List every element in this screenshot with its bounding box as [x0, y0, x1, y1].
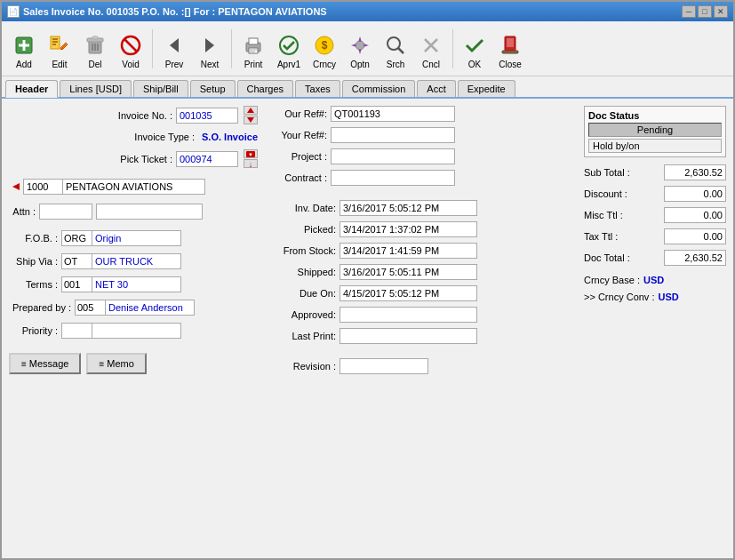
pick-ticket-icon1[interactable]: ▼ [244, 149, 258, 158]
invoice-nav-next-icon[interactable] [244, 116, 258, 124]
tab-setup[interactable]: Setup [190, 80, 236, 97]
picked-input[interactable] [340, 221, 477, 237]
tab-taxes[interactable]: Taxes [295, 80, 340, 97]
inv-date-input[interactable] [340, 200, 477, 216]
crncy-button[interactable]: $ Crncy [308, 30, 341, 72]
title-bar: 📄 Sales Invoice No. 001035 P.O. No. :[] … [2, 2, 733, 21]
misc-ttl-input[interactable] [664, 207, 726, 223]
prepared-by-code-input[interactable] [75, 300, 106, 316]
terms-desc-input[interactable] [92, 276, 181, 292]
prepared-by-desc-input[interactable] [106, 300, 195, 316]
cncl-button[interactable]: Cncl [414, 30, 448, 72]
right-panel: Doc Status Pending Hold by/on Sub Total … [584, 106, 726, 551]
svg-point-27 [387, 37, 400, 50]
close-label: Close [499, 60, 522, 69]
shipped-input[interactable] [340, 264, 477, 280]
aprv-button[interactable]: Aprv1 [272, 30, 306, 72]
due-on-input[interactable] [340, 285, 477, 301]
ship-via-code-input[interactable] [61, 253, 92, 269]
contract-input[interactable] [331, 170, 455, 186]
priority-desc-input[interactable] [92, 323, 181, 339]
sub-total-input[interactable] [664, 164, 726, 180]
tab-charges[interactable]: Charges [237, 80, 294, 97]
tab-header[interactable]: Header [5, 80, 58, 98]
minimize-button[interactable]: ─ [682, 5, 696, 18]
invoice-type-value: S.O. Invoice [202, 132, 258, 142]
inv-date-label: Inv. Date: [265, 203, 336, 213]
void-button[interactable]: Void [114, 30, 148, 72]
project-input[interactable] [331, 148, 455, 164]
del-button[interactable]: Del [78, 30, 112, 72]
optn-label: Optn [350, 60, 370, 69]
prev-label: Prev [165, 60, 184, 69]
main-content: Invoice No. : Invoice Type : S.O. Invoic… [2, 99, 733, 558]
memo-button[interactable]: ≡ Memo [86, 353, 146, 374]
your-ref-label: Your Ref#: [265, 130, 327, 140]
your-ref-input[interactable] [331, 127, 455, 143]
svg-point-23 [280, 36, 298, 54]
due-on-label: Due On: [265, 288, 336, 299]
add-button[interactable]: Add [7, 30, 41, 72]
from-stock-input[interactable] [340, 243, 477, 259]
svg-line-15 [124, 39, 137, 52]
edit-icon [47, 33, 72, 58]
aprv-icon [276, 33, 301, 58]
company-arrow-icon[interactable] [9, 179, 23, 195]
toolbar: Add Edit Del Void [2, 21, 733, 76]
revision-input[interactable] [340, 358, 428, 374]
void-icon [118, 33, 143, 58]
tax-ttl-input[interactable] [664, 228, 726, 244]
invoice-no-input[interactable] [176, 108, 238, 124]
svg-line-28 [398, 48, 403, 53]
ok-label: OK [468, 60, 481, 69]
our-ref-input[interactable] [331, 106, 455, 122]
svg-rect-33 [502, 51, 518, 53]
maximize-button[interactable]: □ [698, 5, 712, 18]
close-window-button[interactable]: ✕ [714, 5, 728, 18]
discount-input[interactable] [664, 186, 726, 202]
ship-via-desc-input[interactable] [92, 253, 181, 269]
next-button[interactable]: Next [193, 30, 227, 72]
svg-text:$: $ [322, 39, 328, 52]
tab-expedite[interactable]: Expedite [458, 80, 515, 97]
company-name-input[interactable] [63, 179, 205, 195]
close-button[interactable]: Close [493, 30, 527, 72]
ok-button[interactable]: OK [458, 30, 491, 72]
message-icon: ≡ [21, 359, 27, 369]
srch-button[interactable]: Srch [379, 30, 412, 72]
print-button[interactable]: Print [236, 30, 270, 72]
main-window: 📄 Sales Invoice No. 001035 P.O. No. :[] … [0, 0, 735, 560]
company-id-input[interactable] [23, 179, 63, 195]
attn-input1[interactable] [39, 204, 92, 220]
invoice-nav-prev-icon[interactable] [244, 106, 258, 115]
optn-button[interactable]: Optn [343, 30, 377, 72]
terms-code-input[interactable] [61, 276, 92, 292]
prepared-by-label: Prepared by : [9, 302, 71, 313]
doc-total-input[interactable] [664, 250, 726, 266]
doc-status-box: Doc Status Pending Hold by/on [584, 106, 726, 157]
tab-acct[interactable]: Acct [417, 80, 455, 97]
invoice-no-label: Invoice No. : [92, 110, 172, 121]
svg-point-26 [356, 41, 364, 50]
edit-label: Edit [52, 60, 67, 69]
discount-label: Discount : [584, 188, 627, 199]
attn-input2[interactable] [96, 204, 203, 220]
last-print-input[interactable] [340, 328, 477, 344]
fob-desc-input[interactable] [92, 230, 181, 246]
pick-ticket-input[interactable] [176, 151, 238, 167]
terms-label: Terms : [9, 279, 58, 290]
priority-code-input[interactable] [61, 323, 92, 339]
edit-button[interactable]: Edit [43, 30, 76, 72]
prev-button[interactable]: Prev [157, 30, 191, 72]
svg-rect-3 [51, 36, 60, 49]
approved-input[interactable] [340, 307, 477, 323]
fob-code-input[interactable] [61, 230, 92, 246]
tab-commission[interactable]: Commission [342, 80, 416, 97]
srch-label: Srch [387, 60, 405, 69]
message-button[interactable]: ≡ Message [9, 353, 81, 374]
prev-icon [162, 33, 187, 58]
pick-ticket-icon2[interactable]: ↓ [244, 159, 258, 168]
tab-lines[interactable]: Lines [USD] [60, 80, 132, 97]
left-panel: Invoice No. : Invoice Type : S.O. Invoic… [9, 106, 258, 551]
tab-shipbill[interactable]: Ship/Bill [133, 80, 188, 97]
